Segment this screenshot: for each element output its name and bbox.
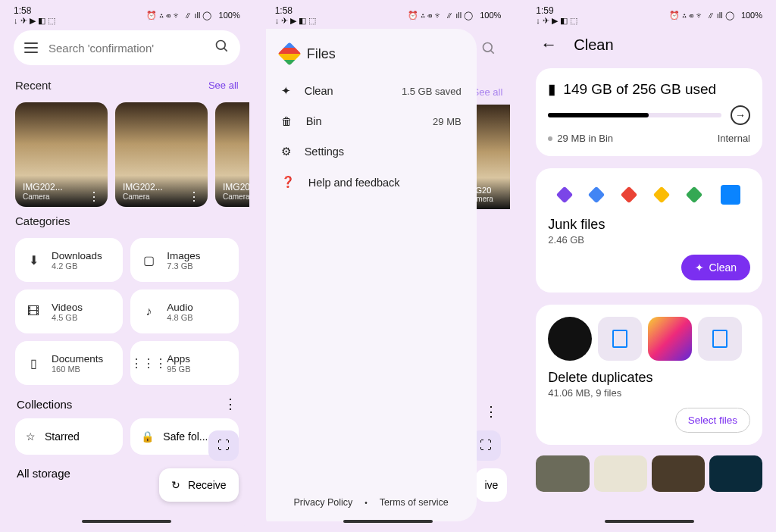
nav-handle[interactable] xyxy=(343,520,433,523)
svg-line-3 xyxy=(491,51,494,54)
clean-button[interactable]: ✦Clean xyxy=(681,255,750,280)
phone-icon: ▮ xyxy=(548,80,555,98)
recent-thumb[interactable]: IMG20Camera xyxy=(215,102,249,207)
receive-icon: ↻ xyxy=(171,479,180,491)
star-icon: ☆ xyxy=(26,430,36,443)
download-icon: ⬇ xyxy=(26,252,41,268)
arrow-right-icon[interactable]: → xyxy=(731,105,750,125)
trash-icon: 🗑 xyxy=(281,115,293,127)
receive-fab[interactable]: ↻Receive xyxy=(159,468,239,502)
category-documents[interactable]: ▯Documents160 MB xyxy=(15,341,123,385)
app-title: Files xyxy=(307,46,336,62)
categories-title: Categories xyxy=(15,214,70,227)
terms-link[interactable]: Terms of service xyxy=(380,497,449,508)
collections-title: Collections xyxy=(17,398,72,411)
screen-clean: 1:59 ↓ ✈ ▶ ◧ ⬚ ⏰ ⁂ ⌫ ᯤ ⫽ ıll ◯ 100% ← Cl… xyxy=(527,6,771,526)
duplicates-sub: 41.06 MB, 9 files xyxy=(548,387,750,399)
video-icon: 🎞 xyxy=(26,304,41,319)
dup-tile xyxy=(598,317,642,361)
junk-illustration xyxy=(548,176,750,214)
scan-fab[interactable]: ⛶ xyxy=(208,430,239,461)
drawer-item-settings[interactable]: ⚙ Settings xyxy=(266,136,477,167)
recent-thumb[interactable]: IMG202...Camera⋮ xyxy=(15,102,108,207)
status-bar: 1:58 ↓ ✈ ▶ ◧ ⬚ ⏰ ⁂ ⌫ ᯤ ⫽ ıll ◯ 100% xyxy=(5,6,249,24)
bin-size: 29 MB in Bin xyxy=(548,133,613,144)
dup-tile xyxy=(548,317,592,361)
recent-thumb[interactable]: IMG202...Camera⋮ xyxy=(115,102,208,207)
nav-handle[interactable] xyxy=(82,520,171,523)
drawer-item-help[interactable]: ❓ Help and feedback xyxy=(266,167,477,198)
sparkle-icon: ✦ xyxy=(695,261,704,274)
junk-files-card: Junk files 2.46 GB ✦Clean xyxy=(536,168,762,293)
back-arrow-icon[interactable]: ← xyxy=(540,35,557,55)
search-bar[interactable] xyxy=(14,30,240,65)
receive-fab: ive xyxy=(475,468,507,502)
storage-location: Internal xyxy=(718,133,750,144)
page-title: Clean xyxy=(574,36,613,54)
scan-icon: ⛶ xyxy=(480,439,492,452)
status-bar: 1:58 ↓ ✈ ▶ ◧ ⬚ ⏰ ⁂ ⌫ ᯤ ⫽ ıll ◯ 100% xyxy=(266,6,511,24)
search-icon xyxy=(481,41,496,59)
file-icon xyxy=(712,330,728,348)
screen-nav-drawer: 1:58 ↓ ✈ ▶ ◧ ⬚ ⏰ ⁂ ⌫ ᯤ ⫽ ıll ◯ 100% See … xyxy=(266,6,511,526)
file-icon xyxy=(612,330,627,348)
privacy-link[interactable]: Privacy Policy xyxy=(294,497,353,508)
storage-card[interactable]: ▮149 GB of 256 GB used → 29 MB in Bin In… xyxy=(536,68,762,156)
scan-icon: ⛶ xyxy=(217,439,230,452)
dup-tile xyxy=(648,317,692,361)
svg-line-1 xyxy=(224,49,227,52)
audio-icon: ♪ xyxy=(141,304,156,319)
more-icon[interactable]: ⋮ xyxy=(224,396,237,412)
see-all-link[interactable]: See all xyxy=(208,80,239,91)
svg-point-2 xyxy=(483,43,493,52)
apps-icon: ⋮⋮⋮ xyxy=(141,355,156,371)
search-icon[interactable] xyxy=(214,39,230,57)
select-files-button[interactable]: Select files xyxy=(675,408,750,433)
screen-files-home: 1:58 ↓ ✈ ▶ ◧ ⬚ ⏰ ⁂ ⌫ ᯤ ⫽ ıll ◯ 100% Rece… xyxy=(5,6,249,526)
duplicates-card: Delete duplicates 41.06 MB, 9 files Sele… xyxy=(536,305,762,445)
see-all-link: See all xyxy=(473,86,503,98)
more-icon[interactable]: ⋮ xyxy=(88,193,100,201)
categories-grid: ⬇Downloads4.2 GB ▢Images7.3 GB 🎞Videos4.… xyxy=(5,238,249,385)
duplicates-title: Delete duplicates xyxy=(548,370,750,386)
drawer-item-bin[interactable]: 🗑 Bin 29 MB xyxy=(266,106,477,136)
nav-handle[interactable] xyxy=(605,520,694,523)
more-icon: ⋮ xyxy=(484,403,498,420)
junk-title: Junk files xyxy=(548,217,750,233)
dup-tile xyxy=(698,317,742,361)
category-apps[interactable]: ⋮⋮⋮Apps95 GB xyxy=(130,341,238,385)
storage-progress xyxy=(548,113,721,117)
svg-point-0 xyxy=(216,41,225,50)
image-icon: ▢ xyxy=(141,252,156,268)
category-audio[interactable]: ♪Audio4.8 GB xyxy=(130,289,238,333)
sparkle-icon: ✦ xyxy=(281,85,291,97)
recent-list: IMG202...Camera⋮ IMG202...Camera⋮ IMG20C… xyxy=(5,102,249,207)
recent-title: Recent xyxy=(15,79,52,92)
status-bar: 1:59 ↓ ✈ ▶ ◧ ⬚ ⏰ ⁂ ⌫ ᯤ ⫽ ıll ◯ 100% xyxy=(527,6,771,24)
files-logo-icon xyxy=(277,42,301,65)
help-icon: ❓ xyxy=(281,176,295,189)
screenshots-card-peek xyxy=(527,455,771,492)
drawer-item-clean[interactable]: ✦ Clean 1.5 GB saved xyxy=(266,76,477,106)
category-images[interactable]: ▢Images7.3 GB xyxy=(130,238,238,282)
hamburger-icon[interactable] xyxy=(24,42,38,53)
nav-drawer: Files ✦ Clean 1.5 GB saved 🗑 Bin 29 MB ⚙… xyxy=(266,29,477,521)
junk-size: 2.46 GB xyxy=(548,234,750,246)
collection-starred[interactable]: ☆Starred xyxy=(15,418,123,455)
category-videos[interactable]: 🎞Videos4.5 GB xyxy=(15,289,123,333)
category-downloads[interactable]: ⬇Downloads4.2 GB xyxy=(15,238,123,282)
lock-icon: 🔒 xyxy=(141,430,154,443)
document-icon: ▯ xyxy=(26,355,41,371)
more-icon[interactable]: ⋮ xyxy=(188,193,200,201)
search-input[interactable] xyxy=(48,42,204,55)
gear-icon: ⚙ xyxy=(281,146,291,158)
